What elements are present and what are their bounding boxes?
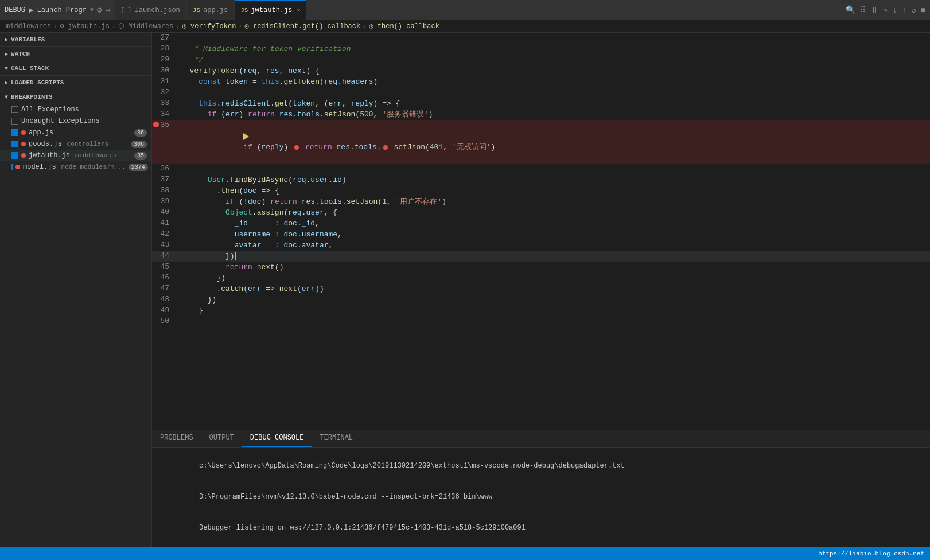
app-js-filename: app.js (29, 129, 53, 137)
launch-label: Launch Progr (37, 6, 86, 14)
breadcrumb-redis-callback[interactable]: ◎ redisClient.get() callback (245, 22, 361, 30)
breakpoint-goods-js[interactable]: goods.js controllers 306 (0, 138, 151, 150)
line-content-41: _id : doc._id, (178, 218, 930, 229)
console-line-2: D:\ProgramFiles\nvm\v12.13.0\babel-node.… (158, 481, 924, 512)
line-content-30: verifyToken(req, res, next) { (178, 65, 930, 76)
line-num-31: 31 (152, 76, 178, 87)
breakpoint-all-exceptions[interactable]: All Exceptions (0, 104, 151, 115)
line-num-36: 36 (152, 164, 178, 174)
table-row: 42 username : doc.username, (152, 229, 930, 240)
line-num-46: 46 (152, 273, 178, 283)
app-js-breakpoint-dot (21, 130, 26, 135)
line-num-41: 41 (152, 218, 178, 229)
panel-tabs: PROBLEMS OUTPUT DEBUG CONSOLE TERMINAL (152, 430, 930, 448)
tab-icon-js-app: JS (193, 7, 200, 14)
console-path-1: c:\Users\lenovo\AppData\Roaming\Code\log… (199, 462, 625, 470)
model-js-checkbox[interactable] (11, 164, 13, 170)
status-bar: https://liabio.blog.csdn.net (0, 547, 930, 560)
breadcrumb-then-callback[interactable]: ◎ then() callback (369, 22, 439, 30)
all-exceptions-checkbox[interactable] (11, 106, 18, 113)
code-table: 27 28 * Middleware for token verificatio… (152, 33, 930, 327)
line-content-32 (178, 87, 930, 98)
breakpoint-model-js[interactable]: model.js node_modules/m... 2374 (0, 161, 151, 173)
code-container[interactable]: 27 28 * Middleware for token verificatio… (152, 33, 930, 430)
tab-output-label: OUTPUT (209, 434, 234, 442)
line-content-43: avatar : doc.avatar, (178, 240, 930, 251)
variables-label: VARIABLES (11, 36, 45, 43)
line-num-44: 44 (152, 251, 178, 262)
console-output[interactable]: c:\Users\lenovo\AppData\Roaming\Code\log… (152, 448, 930, 547)
line-num-38: 38 (152, 185, 178, 196)
expand-icon[interactable]: ⇥ (105, 5, 110, 15)
tab-launch-json[interactable]: { } launch.json (115, 0, 186, 20)
breakpoint-jwtauth-js[interactable]: jwtauth.js middlewares 35 (0, 150, 151, 161)
watch-header[interactable]: ▶ WATCH (0, 47, 151, 61)
tab-terminal[interactable]: TERMINAL (312, 430, 361, 447)
line-num-50: 50 (152, 316, 178, 327)
breakpoints-header[interactable]: ▼ BREAKPOINTS (0, 90, 151, 104)
loaded-scripts-header[interactable]: ▶ LOADED SCRIPTS (0, 76, 151, 90)
line-num-42: 42 (152, 229, 178, 240)
line-content-35: if (reply) return res.tools. setJson(401… (178, 120, 930, 164)
table-row: 37 User.findByIdAsync(req.user.id) (152, 174, 930, 185)
goods-js-context: controllers (67, 141, 109, 147)
line-num-37: 37 (152, 174, 178, 185)
breadcrumb-jwtauth[interactable]: ⚙ jwtauth.js (60, 22, 109, 30)
tab-bar: { } launch.json JS app.js JS jwtauth.js … (115, 0, 841, 20)
more-toolbar-icon[interactable]: ⠿ (860, 5, 866, 15)
table-row: 30 verifyToken(req, res, next) { (152, 65, 930, 76)
tab-terminal-label: TERMINAL (320, 434, 353, 442)
sidebar: ▶ VARIABLES ▶ WATCH ▼ CALL STACK ▶ LOADE… (0, 33, 152, 547)
table-row: 33 this.redisClient.get(token, (err, rep… (152, 98, 930, 109)
jwtauth-js-checkbox[interactable] (11, 152, 18, 159)
variables-section: ▶ VARIABLES (0, 33, 151, 47)
line-content-50 (178, 316, 930, 327)
table-row: 50 (152, 316, 930, 327)
line-content-34: if (err) return res.tools.setJson(500, '… (178, 109, 930, 120)
tab-problems[interactable]: PROBLEMS (152, 430, 201, 447)
app-js-checkbox[interactable] (11, 129, 18, 136)
uncaught-exceptions-checkbox[interactable] (11, 118, 18, 125)
tab-label-launch-json: launch.json (135, 6, 180, 14)
line-content-27 (178, 33, 930, 44)
step-over-icon[interactable]: ↷ (883, 5, 888, 15)
tab-output[interactable]: OUTPUT (201, 430, 242, 447)
line-num-27: 27 (152, 33, 178, 44)
line-num-39: 39 (152, 196, 178, 207)
breadcrumb-middlewares-class[interactable]: ⬡ Middlewares (118, 22, 173, 30)
stop-icon[interactable]: ■ (921, 6, 925, 15)
line-content-45: return next() (178, 262, 930, 273)
breakpoint-uncaught-exceptions[interactable]: Uncaught Exceptions (0, 115, 151, 127)
search-toolbar-icon[interactable]: 🔍 (846, 5, 855, 15)
debug-play-button[interactable]: ▶ (29, 5, 33, 15)
launch-dropdown-icon[interactable]: ▼ (90, 7, 94, 13)
tab-app-js[interactable]: JS app.js (187, 0, 234, 20)
breadcrumb-verify-token[interactable]: ◎ verifyToken (182, 22, 236, 30)
breakpoints-label: BREAKPOINTS (11, 94, 53, 100)
callstack-header[interactable]: ▼ CALL STACK (0, 61, 151, 75)
goods-js-checkbox[interactable] (11, 141, 18, 147)
settings-icon[interactable]: ⚙ (97, 5, 102, 15)
breakpoint-app-js[interactable]: app.js 36 (0, 127, 151, 138)
app-js-count: 36 (134, 129, 147, 137)
line-content-39: if (!doc) return res.tools.setJson(1, '用… (178, 196, 930, 207)
tab-jwtauth-js[interactable]: JS jwtauth.js ✕ (235, 0, 306, 20)
restart-icon[interactable]: ↺ (911, 5, 916, 15)
top-bar: DEBUG ▶ Launch Progr ▼ ⚙ ⇥ { } launch.js… (0, 0, 930, 20)
tab-debug-console[interactable]: DEBUG CONSOLE (242, 430, 312, 447)
line-num-45: 45 (152, 262, 178, 273)
console-path-2: D:\ProgramFiles\nvm\v12.13.0\babel-node.… (199, 493, 492, 501)
breadcrumb: middlewares › ⚙ jwtauth.js › ⬡ Middlewar… (0, 20, 930, 33)
variables-arrow: ▶ (5, 36, 8, 43)
table-row: 46 }) (152, 273, 930, 283)
line-content-33: this.redisClient.get(token, (err, reply)… (178, 98, 930, 109)
tab-close-jwtauth[interactable]: ✕ (297, 7, 300, 14)
step-out-icon[interactable]: ↑ (902, 6, 906, 15)
pause-toolbar-icon[interactable]: ⏸ (870, 6, 878, 15)
line-num-48: 48 (152, 294, 178, 305)
table-row: 40 Object.assign(req.user, { (152, 207, 930, 218)
variables-header[interactable]: ▶ VARIABLES (0, 33, 151, 46)
step-into-icon[interactable]: ↓ (892, 6, 897, 15)
tab-label-app-js: app.js (203, 6, 228, 14)
breadcrumb-middlewares[interactable]: middlewares (6, 22, 51, 30)
